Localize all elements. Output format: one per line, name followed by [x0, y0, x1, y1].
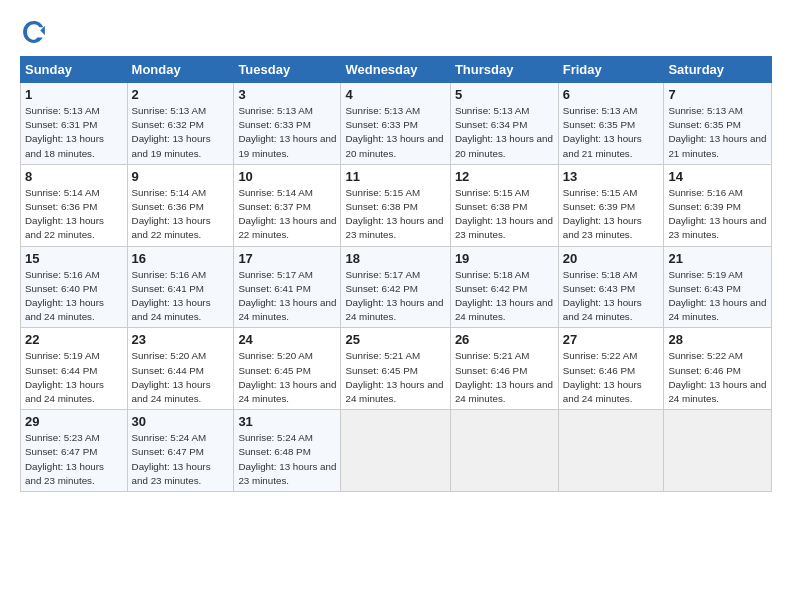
- day-detail: Sunrise: 5:14 AMSunset: 6:37 PMDaylight:…: [238, 187, 336, 241]
- logo-icon: [20, 18, 48, 46]
- day-detail: Sunrise: 5:13 AMSunset: 6:33 PMDaylight:…: [238, 105, 336, 159]
- calendar-cell: 1 Sunrise: 5:13 AMSunset: 6:31 PMDayligh…: [21, 83, 128, 165]
- day-detail: Sunrise: 5:15 AMSunset: 6:38 PMDaylight:…: [455, 187, 553, 241]
- calendar-cell: 3 Sunrise: 5:13 AMSunset: 6:33 PMDayligh…: [234, 83, 341, 165]
- day-number: 17: [238, 251, 336, 266]
- calendar-cell: 23 Sunrise: 5:20 AMSunset: 6:44 PMDaylig…: [127, 328, 234, 410]
- day-number: 28: [668, 332, 767, 347]
- calendar-cell: 7 Sunrise: 5:13 AMSunset: 6:35 PMDayligh…: [664, 83, 772, 165]
- calendar-cell: 20 Sunrise: 5:18 AMSunset: 6:43 PMDaylig…: [558, 246, 664, 328]
- week-row-1: 1 Sunrise: 5:13 AMSunset: 6:31 PMDayligh…: [21, 83, 772, 165]
- day-number: 13: [563, 169, 660, 184]
- calendar-cell: 14 Sunrise: 5:16 AMSunset: 6:39 PMDaylig…: [664, 164, 772, 246]
- col-header-tuesday: Tuesday: [234, 57, 341, 83]
- day-detail: Sunrise: 5:13 AMSunset: 6:34 PMDaylight:…: [455, 105, 553, 159]
- calendar-cell: [558, 410, 664, 492]
- col-header-friday: Friday: [558, 57, 664, 83]
- calendar-cell: 4 Sunrise: 5:13 AMSunset: 6:33 PMDayligh…: [341, 83, 450, 165]
- col-header-sunday: Sunday: [21, 57, 128, 83]
- day-number: 29: [25, 414, 123, 429]
- day-detail: Sunrise: 5:18 AMSunset: 6:43 PMDaylight:…: [563, 269, 642, 323]
- calendar-table: SundayMondayTuesdayWednesdayThursdayFrid…: [20, 56, 772, 492]
- calendar-cell: 28 Sunrise: 5:22 AMSunset: 6:46 PMDaylig…: [664, 328, 772, 410]
- day-detail: Sunrise: 5:13 AMSunset: 6:35 PMDaylight:…: [563, 105, 642, 159]
- day-detail: Sunrise: 5:20 AMSunset: 6:44 PMDaylight:…: [132, 350, 211, 404]
- day-number: 1: [25, 87, 123, 102]
- day-detail: Sunrise: 5:13 AMSunset: 6:35 PMDaylight:…: [668, 105, 766, 159]
- day-detail: Sunrise: 5:22 AMSunset: 6:46 PMDaylight:…: [563, 350, 642, 404]
- day-number: 5: [455, 87, 554, 102]
- day-detail: Sunrise: 5:14 AMSunset: 6:36 PMDaylight:…: [132, 187, 211, 241]
- day-number: 12: [455, 169, 554, 184]
- day-detail: Sunrise: 5:13 AMSunset: 6:32 PMDaylight:…: [132, 105, 211, 159]
- day-detail: Sunrise: 5:20 AMSunset: 6:45 PMDaylight:…: [238, 350, 336, 404]
- calendar-cell: 2 Sunrise: 5:13 AMSunset: 6:32 PMDayligh…: [127, 83, 234, 165]
- calendar-cell: 10 Sunrise: 5:14 AMSunset: 6:37 PMDaylig…: [234, 164, 341, 246]
- calendar-cell: 13 Sunrise: 5:15 AMSunset: 6:39 PMDaylig…: [558, 164, 664, 246]
- day-number: 16: [132, 251, 230, 266]
- day-detail: Sunrise: 5:19 AMSunset: 6:44 PMDaylight:…: [25, 350, 104, 404]
- calendar-cell: 17 Sunrise: 5:17 AMSunset: 6:41 PMDaylig…: [234, 246, 341, 328]
- day-number: 27: [563, 332, 660, 347]
- calendar-cell: 12 Sunrise: 5:15 AMSunset: 6:38 PMDaylig…: [450, 164, 558, 246]
- day-number: 7: [668, 87, 767, 102]
- col-header-monday: Monday: [127, 57, 234, 83]
- day-detail: Sunrise: 5:16 AMSunset: 6:40 PMDaylight:…: [25, 269, 104, 323]
- calendar-cell: 27 Sunrise: 5:22 AMSunset: 6:46 PMDaylig…: [558, 328, 664, 410]
- week-row-4: 22 Sunrise: 5:19 AMSunset: 6:44 PMDaylig…: [21, 328, 772, 410]
- day-number: 31: [238, 414, 336, 429]
- day-detail: Sunrise: 5:24 AMSunset: 6:47 PMDaylight:…: [132, 432, 211, 486]
- col-header-wednesday: Wednesday: [341, 57, 450, 83]
- day-number: 2: [132, 87, 230, 102]
- calendar-cell: 18 Sunrise: 5:17 AMSunset: 6:42 PMDaylig…: [341, 246, 450, 328]
- day-number: 26: [455, 332, 554, 347]
- day-number: 3: [238, 87, 336, 102]
- calendar-cell: 30 Sunrise: 5:24 AMSunset: 6:47 PMDaylig…: [127, 410, 234, 492]
- col-header-thursday: Thursday: [450, 57, 558, 83]
- calendar-cell: 9 Sunrise: 5:14 AMSunset: 6:36 PMDayligh…: [127, 164, 234, 246]
- day-number: 11: [345, 169, 445, 184]
- day-detail: Sunrise: 5:13 AMSunset: 6:31 PMDaylight:…: [25, 105, 104, 159]
- day-number: 4: [345, 87, 445, 102]
- day-detail: Sunrise: 5:15 AMSunset: 6:39 PMDaylight:…: [563, 187, 642, 241]
- day-number: 9: [132, 169, 230, 184]
- calendar-cell: 25 Sunrise: 5:21 AMSunset: 6:45 PMDaylig…: [341, 328, 450, 410]
- day-detail: Sunrise: 5:17 AMSunset: 6:41 PMDaylight:…: [238, 269, 336, 323]
- day-detail: Sunrise: 5:15 AMSunset: 6:38 PMDaylight:…: [345, 187, 443, 241]
- calendar-cell: 15 Sunrise: 5:16 AMSunset: 6:40 PMDaylig…: [21, 246, 128, 328]
- day-number: 23: [132, 332, 230, 347]
- day-number: 18: [345, 251, 445, 266]
- calendar-cell: [664, 410, 772, 492]
- week-row-2: 8 Sunrise: 5:14 AMSunset: 6:36 PMDayligh…: [21, 164, 772, 246]
- day-number: 15: [25, 251, 123, 266]
- day-number: 14: [668, 169, 767, 184]
- calendar-cell: 6 Sunrise: 5:13 AMSunset: 6:35 PMDayligh…: [558, 83, 664, 165]
- day-detail: Sunrise: 5:14 AMSunset: 6:36 PMDaylight:…: [25, 187, 104, 241]
- day-detail: Sunrise: 5:19 AMSunset: 6:43 PMDaylight:…: [668, 269, 766, 323]
- header: [20, 18, 772, 46]
- calendar-cell: 11 Sunrise: 5:15 AMSunset: 6:38 PMDaylig…: [341, 164, 450, 246]
- day-detail: Sunrise: 5:16 AMSunset: 6:39 PMDaylight:…: [668, 187, 766, 241]
- day-number: 19: [455, 251, 554, 266]
- week-row-3: 15 Sunrise: 5:16 AMSunset: 6:40 PMDaylig…: [21, 246, 772, 328]
- day-detail: Sunrise: 5:21 AMSunset: 6:45 PMDaylight:…: [345, 350, 443, 404]
- day-number: 21: [668, 251, 767, 266]
- day-number: 22: [25, 332, 123, 347]
- calendar-cell: 8 Sunrise: 5:14 AMSunset: 6:36 PMDayligh…: [21, 164, 128, 246]
- day-detail: Sunrise: 5:18 AMSunset: 6:42 PMDaylight:…: [455, 269, 553, 323]
- calendar-cell: 16 Sunrise: 5:16 AMSunset: 6:41 PMDaylig…: [127, 246, 234, 328]
- calendar-cell: 5 Sunrise: 5:13 AMSunset: 6:34 PMDayligh…: [450, 83, 558, 165]
- day-detail: Sunrise: 5:21 AMSunset: 6:46 PMDaylight:…: [455, 350, 553, 404]
- day-number: 8: [25, 169, 123, 184]
- day-number: 10: [238, 169, 336, 184]
- day-number: 25: [345, 332, 445, 347]
- calendar-cell: [341, 410, 450, 492]
- day-detail: Sunrise: 5:24 AMSunset: 6:48 PMDaylight:…: [238, 432, 336, 486]
- day-detail: Sunrise: 5:13 AMSunset: 6:33 PMDaylight:…: [345, 105, 443, 159]
- calendar-cell: 21 Sunrise: 5:19 AMSunset: 6:43 PMDaylig…: [664, 246, 772, 328]
- day-number: 6: [563, 87, 660, 102]
- col-header-saturday: Saturday: [664, 57, 772, 83]
- week-row-5: 29 Sunrise: 5:23 AMSunset: 6:47 PMDaylig…: [21, 410, 772, 492]
- calendar-cell: 29 Sunrise: 5:23 AMSunset: 6:47 PMDaylig…: [21, 410, 128, 492]
- day-number: 24: [238, 332, 336, 347]
